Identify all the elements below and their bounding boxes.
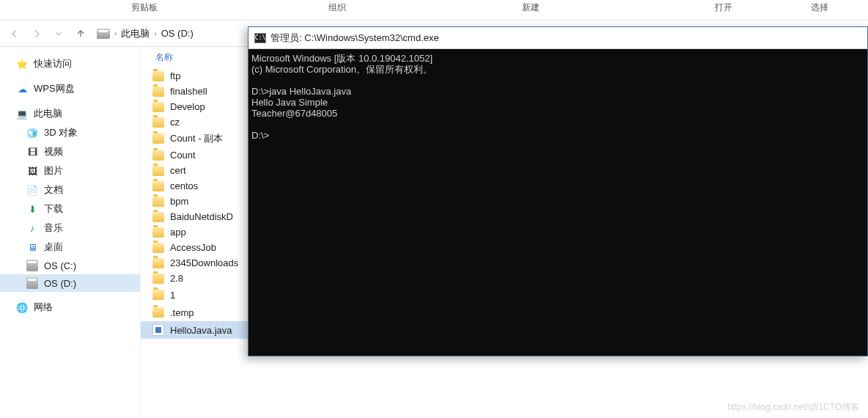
nav-up-icon[interactable] [75, 28, 87, 40]
pc-icon: 💻 [16, 108, 28, 120]
folder-icon [152, 274, 164, 284]
sidebar-label: 视频 [44, 145, 63, 158]
video-icon: 🎞 [26, 146, 38, 158]
ribbon-group-new: 新建 [482, 0, 579, 20]
cube-icon: 🧊 [26, 127, 38, 139]
sidebar-network[interactable]: 🌐网络 [0, 298, 140, 317]
ribbon-group [193, 0, 290, 20]
desktop-icon: 🖥 [26, 241, 38, 253]
sidebar-label: WPS网盘 [34, 82, 75, 95]
cmd-icon: C:\ [254, 33, 266, 43]
folder-icon [152, 307, 164, 318]
folder-icon [152, 243, 164, 253]
star-icon: ⭐ [16, 58, 28, 70]
sidebar-label: 图片 [44, 164, 63, 177]
picture-icon: 🖼 [26, 165, 38, 177]
nav-forward-icon[interactable] [31, 28, 43, 40]
music-icon: ♪ [26, 222, 38, 234]
sidebar-music[interactable]: ♪音乐 [0, 219, 140, 238]
sidebar-pictures[interactable]: 🖼图片 [0, 161, 140, 180]
ribbon-group-organize: 组织 [290, 0, 386, 20]
sidebar-label: 桌面 [44, 241, 63, 254]
sidebar-this-pc[interactable]: 💻此电脑 [0, 104, 140, 123]
ribbon-group [386, 0, 482, 20]
sidebar-label: 文档 [44, 183, 63, 197]
cmd-output[interactable]: Microsoft Windows [版本 10.0.19042.1052] (… [249, 49, 867, 146]
sidebar-os-c[interactable]: OS (C:) [0, 257, 140, 274]
chevron-right-icon: › [154, 29, 156, 37]
disk-icon [26, 260, 38, 271]
folder-icon [152, 197, 164, 207]
network-icon: 🌐 [16, 301, 28, 313]
cloud-icon: ☁ [16, 83, 28, 95]
ribbon-group-select: 选择 [772, 0, 869, 20]
breadcrumb[interactable]: › 此电脑 › OS (D:) [97, 27, 194, 40]
folder-icon [152, 181, 164, 191]
crumb-drive[interactable]: OS (D:) [161, 28, 194, 39]
watermark: https://blog.csdn.net/q51CTO博客 [727, 401, 859, 414]
nav-dropdown-icon[interactable] [53, 28, 65, 40]
folder-icon [152, 150, 164, 161]
cmd-titlebar[interactable]: C:\ 管理员: C:\Windows\System32\cmd.exe [249, 27, 867, 49]
folder-icon [152, 290, 164, 300]
sidebar-label: 此电脑 [34, 107, 62, 120]
sidebar-3d-objects[interactable]: 🧊3D 对象 [0, 123, 140, 142]
sidebar-label: 下载 [44, 202, 63, 216]
disk-icon [97, 29, 110, 39]
sidebar-label: 音乐 [44, 221, 63, 235]
folder-icon [152, 227, 164, 238]
ribbon-group-open: 打开 [675, 0, 772, 20]
ribbon-group [0, 0, 97, 20]
nav-back-icon[interactable] [9, 28, 21, 40]
crumb-pc[interactable]: 此电脑 [121, 27, 150, 40]
cmd-title-text: 管理员: C:\Windows\System32\cmd.exe [271, 32, 439, 45]
folder-icon [152, 258, 164, 268]
folder-icon [152, 133, 164, 144]
sidebar-label: OS (C:) [44, 260, 76, 271]
sidebar-documents[interactable]: 📄文档 [0, 180, 140, 199]
cmd-window[interactable]: C:\ 管理员: C:\Windows\System32\cmd.exe Mic… [248, 26, 868, 356]
sidebar-desktop[interactable]: 🖥桌面 [0, 238, 140, 257]
sidebar-label: OS (D:) [44, 278, 76, 289]
disk-icon [26, 277, 38, 289]
folder-icon [152, 87, 164, 97]
folder-icon [152, 102, 164, 112]
sidebar: ⭐快速访问 ☁WPS网盘 💻此电脑 🧊3D 对象 🎞视频 🖼图片 📄文档 ⬇下载… [0, 47, 141, 418]
folder-icon [152, 71, 164, 81]
sidebar-label: 快速访问 [34, 57, 72, 70]
ribbon-groups: 剪贴板 组织 新建 打开 选择 [0, 0, 868, 21]
sidebar-label: 3D 对象 [44, 126, 78, 139]
document-icon: 📄 [26, 184, 38, 196]
sidebar-downloads[interactable]: ⬇下载 [0, 199, 140, 219]
folder-icon [152, 212, 164, 222]
java-file-icon [152, 324, 164, 336]
chevron-right-icon: › [114, 29, 117, 37]
sidebar-label: 网络 [34, 301, 53, 314]
download-icon: ⬇ [26, 203, 38, 215]
ribbon-group-clipboard: 剪贴板 [97, 0, 194, 20]
sidebar-os-d[interactable]: OS (D:) [0, 274, 140, 292]
sidebar-quick-access[interactable]: ⭐快速访问 [0, 54, 140, 73]
sidebar-wps-cloud[interactable]: ☁WPS网盘 [0, 79, 140, 98]
sidebar-videos[interactable]: 🎞视频 [0, 142, 140, 161]
ribbon-group [578, 0, 675, 20]
folder-icon [152, 117, 164, 128]
folder-icon [152, 166, 164, 176]
